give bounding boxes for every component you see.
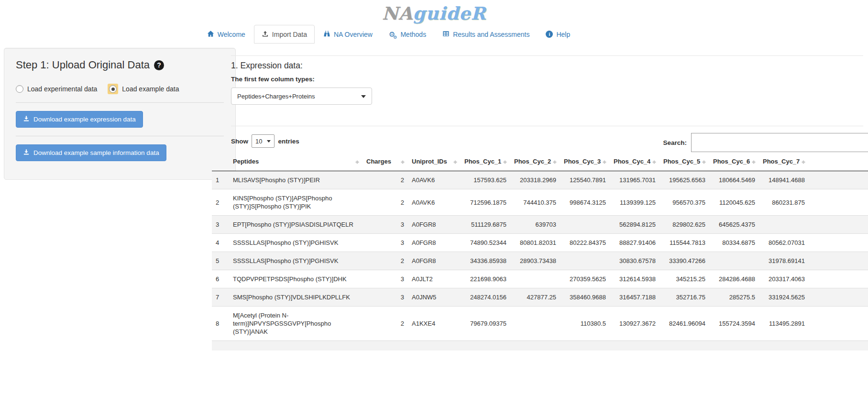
value-cell xyxy=(709,252,759,270)
column-header-phos-cyc-6[interactable]: Phos_Cyc_6 xyxy=(709,153,759,171)
row-index-cell: 4 xyxy=(212,234,229,252)
column-types-select[interactable]: Peptides+Charges+Proteins xyxy=(231,88,372,105)
table-row: 8 M[Acetyl (Protein N-term)]NPVYSPGSSGVP… xyxy=(212,307,868,341)
value-cell: 195625.6563 xyxy=(659,171,709,189)
tab-import-data[interactable]: Import Data xyxy=(254,25,315,44)
tab-label: NA Overview xyxy=(334,31,373,38)
binoculars-icon xyxy=(323,30,330,39)
page-length-select[interactable]: 10 xyxy=(252,134,275,148)
logo-prefix: NA xyxy=(382,3,413,24)
value-cell xyxy=(510,307,560,341)
value-cell: 130927.3672 xyxy=(610,307,659,341)
value-cell: 79679.09375 xyxy=(461,307,510,341)
value-cell: 345215.25 xyxy=(659,270,709,288)
sort-icon xyxy=(401,158,405,166)
value-cell: 88827.91406 xyxy=(610,234,659,252)
column-header-phos-cyc-2[interactable]: Phos_Cyc_2 xyxy=(510,153,560,171)
column-header-uniprot-ids[interactable]: Uniprot_IDs xyxy=(408,153,461,171)
header: NAguideR Welcome Import Data NA Overview… xyxy=(0,3,868,44)
peptide-cell: EPT[Phospho (STY)]PSIASDISLPIATQELR xyxy=(229,216,363,234)
value-cell: 110380.5 xyxy=(560,307,610,341)
filler-cell xyxy=(809,216,868,234)
tab-welcome[interactable]: Welcome xyxy=(199,25,253,44)
radio-load-example[interactable]: Load example data xyxy=(108,84,179,94)
question-circle-icon[interactable]: ? xyxy=(154,60,164,70)
value-cell: 744410.375 xyxy=(510,189,560,216)
charge-cell xyxy=(363,341,408,351)
tab-methods[interactable]: ⚙︎⚙︎ Methods xyxy=(381,25,434,44)
row-index-cell: 2 xyxy=(212,189,229,216)
table-header-row: Peptides Charges Uniprot_IDs Phos_Cyc_1 … xyxy=(212,153,868,171)
value-cell: 80334.6875 xyxy=(709,234,759,252)
peptide-cell: SMS[Phospho (STY)]VDLSHIPLKDPLLFK xyxy=(229,288,363,307)
table-row: 4 SSSSLLAS[Phospho (STY)]PGHISVK 3 A0FGR… xyxy=(212,234,868,252)
chevron-down-icon xyxy=(361,95,366,98)
value-cell: 34336.85938 xyxy=(461,252,510,270)
peptide-cell: MLISAVS[Phospho (STY)]PEIR xyxy=(229,171,363,189)
value-cell: 358460.9688 xyxy=(560,288,610,307)
value-cell: 33390.47266 xyxy=(659,252,709,270)
datatable-controls: Show 10 entries Search: xyxy=(231,133,863,148)
tab-label: Welcome xyxy=(218,31,245,38)
value-cell: 270359.5625 xyxy=(560,270,610,288)
table-row: 1 MLISAVS[Phospho (STY)]PEIR 2 A0AVK6 15… xyxy=(212,171,868,189)
column-header-peptides[interactable]: Peptides xyxy=(229,153,363,171)
value-cell xyxy=(510,341,560,351)
charge-cell: 3 xyxy=(363,234,408,252)
row-index-cell xyxy=(212,341,229,351)
value-cell xyxy=(560,216,610,234)
value-cell xyxy=(610,341,659,351)
value-cell xyxy=(659,341,709,351)
panel-title: Step 1: Upload Original Data ? xyxy=(16,59,224,71)
expression-data-table: Peptides Charges Uniprot_IDs Phos_Cyc_1 … xyxy=(212,153,868,351)
radio-circle-icon xyxy=(16,85,23,93)
peptide-cell: KINS[Phospho (STY)]APS[Phospho (STY)]S[P… xyxy=(229,189,363,216)
value-cell: 125540.7891 xyxy=(560,171,610,189)
search-input[interactable] xyxy=(691,133,868,152)
filler-cell xyxy=(809,189,868,216)
value-cell: 80801.82031 xyxy=(510,234,560,252)
filler-cell xyxy=(809,307,868,341)
info-circle-icon: i xyxy=(546,31,553,38)
sort-icon xyxy=(503,158,507,166)
section-title: 1. Expression data: xyxy=(231,61,868,71)
show-label: Show xyxy=(231,138,248,145)
column-header-phos-cyc-7[interactable]: Phos_Cyc_7 xyxy=(759,153,809,171)
table-row: 2 KINS[Phospho (STY)]APS[Phospho (STY)]S… xyxy=(212,189,868,216)
value-cell: 427877.25 xyxy=(510,288,560,307)
value-cell: 248274.0156 xyxy=(461,288,510,307)
value-cell: 131965.7031 xyxy=(610,171,659,189)
peptide-cell: SSSSLLAS[Phospho (STY)]PGHISVK xyxy=(229,252,363,270)
column-header-phos-cyc-5[interactable]: Phos_Cyc_5 xyxy=(659,153,709,171)
value-cell: 148941.4688 xyxy=(759,171,809,189)
tab-help[interactable]: i Help xyxy=(538,25,578,44)
uniprot-cell: A0AVK6 xyxy=(408,189,461,216)
table-body: 1 MLISAVS[Phospho (STY)]PEIR 2 A0AVK6 15… xyxy=(212,171,868,351)
download-expression-button[interactable]: Download example expression data xyxy=(16,111,143,128)
filler-cell xyxy=(809,234,868,252)
value-cell: 639703 xyxy=(510,216,560,234)
column-header-phos-cyc-3[interactable]: Phos_Cyc_3 xyxy=(560,153,610,171)
tab-label: Import Data xyxy=(272,31,307,38)
column-header-charges[interactable]: Charges xyxy=(363,153,408,171)
value-cell: 30830.67578 xyxy=(610,252,659,270)
tab-na-overview[interactable]: NA Overview xyxy=(316,25,380,44)
tab-results-and-assessments[interactable]: Results and Assessments xyxy=(435,25,537,44)
table-row: 3 EPT[Phospho (STY)]PSIASDISLPIATQELR 3 … xyxy=(212,216,868,234)
divider xyxy=(231,126,863,126)
download-sample-info-button[interactable]: Download example sample information data xyxy=(16,144,166,161)
value-cell xyxy=(560,252,610,270)
value-cell: 645625.4375 xyxy=(709,216,759,234)
radio-selected-icon xyxy=(108,84,118,94)
value-cell xyxy=(759,341,809,351)
radio-load-experimental[interactable]: Load experimental data xyxy=(16,85,97,93)
value-cell xyxy=(709,341,759,351)
table-row: 7 SMS[Phospho (STY)]VDLSHIPLKDPLLFK 3 A0… xyxy=(212,288,868,307)
value-cell: 157593.625 xyxy=(461,171,510,189)
column-header-phos-cyc-1[interactable]: Phos_Cyc_1 xyxy=(461,153,510,171)
uniprot-cell: A0FGR8 xyxy=(408,216,461,234)
uniprot-cell: A0JNW5 xyxy=(408,288,461,307)
row-index-cell: 5 xyxy=(212,252,229,270)
column-header-phos-cyc-4[interactable]: Phos_Cyc_4 xyxy=(610,153,659,171)
table-row: 6 TQDPVPPETPSDS[Phospho (STY)]DHK 3 A0JL… xyxy=(212,270,868,288)
